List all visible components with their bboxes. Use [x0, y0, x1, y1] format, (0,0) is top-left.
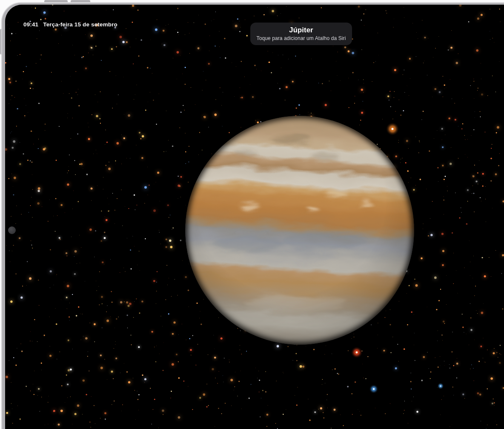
suggestion-title: Júpiter	[250, 23, 352, 34]
marketing-page: { "status_bar": { "time": "09:41", "date…	[0, 0, 504, 429]
planet-limb-shading	[185, 116, 414, 345]
status-date: Terça-feira 15 de setembro	[43, 21, 117, 28]
suggestion-subtitle: Toque para adicionar um Atalho da Siri	[250, 35, 352, 41]
status-time: 09:41	[23, 21, 38, 28]
siri-suggestion-banner[interactable]: Júpiter Toque para adicionar um Atalho d…	[250, 23, 352, 45]
ipad-frame: 09:41 Terça-feira 15 de setembro Júpiter…	[1, 2, 504, 429]
status-bar: 09:41 Terça-feira 15 de setembro	[23, 21, 117, 28]
device-screen: 09:41 Terça-feira 15 de setembro Júpiter…	[5, 5, 504, 429]
jupiter-planet	[185, 116, 414, 345]
front-camera-icon	[8, 226, 16, 234]
